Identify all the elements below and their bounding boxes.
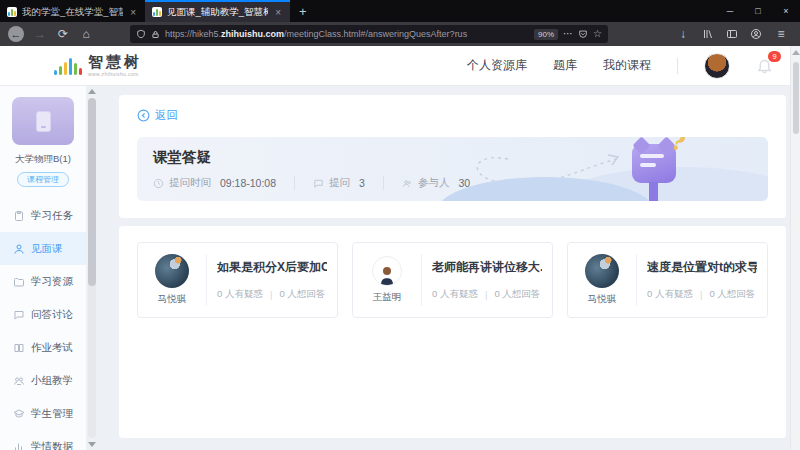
zhihuishu-logo[interactable]: 智慧树 www.zhihuishu.com	[54, 54, 142, 77]
student-name: 王益明	[373, 291, 402, 304]
stat-value: 3	[359, 177, 365, 189]
library-icon[interactable]	[702, 28, 714, 40]
address-bar[interactable]: https://hikeh5.zhihuishu.com/meetingClas…	[130, 25, 608, 43]
tablet-icon	[36, 111, 51, 132]
sidebar-item-meeting-class[interactable]: 见面课	[0, 232, 86, 265]
clock-icon	[153, 178, 164, 189]
question-card[interactable]: 马悦骐 如果是积分X后要加C吧 0 人有疑惑 | 0 人想回答	[137, 242, 338, 318]
shield-icon[interactable]	[136, 29, 146, 39]
stat-separator: |	[700, 289, 702, 300]
user-avatar[interactable]	[704, 53, 730, 79]
course-cover	[12, 97, 74, 145]
sidebar-item-label: 问答讨论	[31, 308, 73, 322]
person-icon	[13, 243, 25, 255]
sidebar-item-learning-tasks[interactable]: 学习任务	[0, 199, 86, 232]
stat-value: 30	[458, 177, 470, 189]
home-button[interactable]: ⌂	[79, 28, 93, 40]
tab-meeting-class[interactable]: 见面课_辅助教学_智慧树 ×	[145, 0, 290, 22]
sidebar-item-student-management[interactable]: 学生管理	[0, 397, 86, 430]
sidebar-item-homework-exam[interactable]: 作业考试	[0, 331, 86, 364]
question-author: 马悦骐	[148, 254, 196, 306]
close-tab-icon[interactable]: ×	[273, 7, 283, 18]
site-header: 智慧树 www.zhihuishu.com 个人资源库 题库 我的课程 9	[0, 46, 800, 86]
sidebar-item-label: 学习资源	[31, 275, 73, 289]
close-tab-icon[interactable]: ×	[128, 7, 138, 18]
question-list: 马悦骐 如果是积分X后要加C吧 0 人有疑惑 | 0 人想回答	[137, 242, 768, 318]
minimize-button[interactable]: ─	[716, 0, 744, 22]
tab-my-school[interactable]: 我的学堂_在线学堂_智慧树 ×	[0, 0, 145, 22]
bar-chart-icon	[13, 441, 25, 450]
notification-bell[interactable]: 9	[756, 57, 774, 75]
sidebar-toggle-icon[interactable]	[726, 28, 738, 40]
folder-icon	[13, 276, 25, 288]
reload-button[interactable]: ⟳	[56, 28, 70, 40]
questions-card: 马悦骐 如果是积分X后要加C吧 0 人有疑惑 | 0 人想回答	[119, 226, 786, 438]
sidebar-item-label: 学情数据	[31, 440, 73, 450]
card-divider	[636, 254, 637, 306]
qa-banner-card: 返回 ?	[119, 95, 786, 218]
new-tab-button[interactable]: +	[290, 0, 316, 22]
banner-title: 课堂答疑	[153, 148, 752, 167]
card-divider	[206, 254, 207, 306]
pocket-icon[interactable]	[578, 29, 588, 39]
forward-button[interactable]: →	[33, 28, 47, 40]
logo-text: 智慧树 www.zhihuishu.com	[88, 54, 142, 77]
doubt-count: 0 人有疑惑	[217, 288, 263, 301]
header-divider	[677, 58, 678, 74]
chat-bubble-icon	[13, 309, 25, 321]
back-link[interactable]: 返回	[137, 108, 178, 123]
scrollbar-thumb[interactable]	[88, 98, 96, 286]
close-window-button[interactable]: ×	[772, 0, 800, 22]
sidebar-scrollbar[interactable]	[86, 86, 99, 450]
stat-label: 提问	[329, 176, 350, 190]
question-stats: 0 人有疑惑 | 0 人想回答	[217, 288, 327, 301]
student-avatar	[585, 254, 619, 288]
question-author: 王益明	[363, 254, 411, 306]
lock-icon	[151, 30, 160, 39]
course-sidebar: 大学物理B(1) 课程管理 学习任务 见面课 学习资源 问答讨论	[0, 86, 86, 450]
back-label: 返回	[155, 108, 178, 123]
scroll-up-icon[interactable]	[792, 50, 800, 55]
book-icon	[13, 342, 25, 354]
maximize-button[interactable]: □	[744, 0, 772, 22]
qa-banner: ? 课堂答疑 提问时间 09:18-10:08 提问 3	[137, 137, 768, 201]
scrollbar-thumb[interactable]	[793, 62, 799, 134]
sidebar-item-learning-data[interactable]: 学情数据	[0, 430, 86, 450]
question-card[interactable]: 马悦骐 速度是位置对t的求导 ... 0 人有疑惑 | 0 人想回答	[567, 242, 768, 318]
page-actions-icon[interactable]: ⋯	[563, 29, 573, 39]
stat-question-count: 提问 3	[294, 176, 365, 190]
back-button[interactable]: ←	[8, 26, 24, 42]
menu-icon[interactable]: ≡	[774, 28, 788, 40]
scroll-up-icon[interactable]	[88, 89, 96, 94]
clipboard-icon	[13, 210, 25, 222]
question-body: 老师能再讲讲位移大... 0 人有疑惑 | 0 人想回答	[432, 254, 542, 306]
page-content: 大学物理B(1) 课程管理 学习任务 见面课 学习资源 问答讨论	[0, 86, 800, 450]
account-icon[interactable]	[750, 28, 762, 40]
back-circle-icon	[137, 109, 150, 122]
answer-count: 0 人想回答	[709, 288, 755, 301]
main-area: 返回 ?	[99, 86, 800, 450]
nav-my-courses[interactable]: 我的课程	[603, 57, 651, 74]
question-card[interactable]: 王益明 老师能再讲讲位移大... 0 人有疑惑 | 0 人想回答	[352, 242, 553, 318]
course-manage-button[interactable]: 课程管理	[17, 172, 69, 187]
zoom-level-indicator[interactable]: 90%	[534, 29, 558, 40]
answer-count: 0 人想回答	[279, 288, 325, 301]
nav-personal-resources[interactable]: 个人资源库	[467, 57, 527, 74]
stat-value: 09:18-10:08	[220, 177, 276, 189]
nav-question-bank[interactable]: 题库	[553, 57, 577, 74]
scroll-down-icon[interactable]	[88, 442, 96, 447]
sidebar-item-learning-resources[interactable]: 学习资源	[0, 265, 86, 298]
banner-stats: 提问时间 09:18-10:08 提问 3 参与人 30	[153, 176, 752, 190]
stat-separator: |	[270, 289, 272, 300]
header-nav: 个人资源库 题库 我的课程 9	[467, 53, 774, 79]
sidebar-item-qa-discussion[interactable]: 问答讨论	[0, 298, 86, 331]
question-body: 如果是积分X后要加C吧 0 人有疑惑 | 0 人想回答	[217, 254, 327, 306]
sidebar-item-group-teaching[interactable]: 小组教学	[0, 364, 86, 397]
graduation-cap-icon	[13, 408, 25, 420]
doubt-count: 0 人有疑惑	[647, 288, 693, 301]
page-scrollbar[interactable]	[790, 46, 800, 450]
question-author: 马悦骐	[578, 254, 626, 306]
sidebar-menu: 学习任务 见面课 学习资源 问答讨论 作业考试	[0, 199, 86, 450]
bookmark-star-icon[interactable]: ☆	[593, 29, 602, 39]
downloads-icon[interactable]: ↓	[676, 28, 690, 40]
